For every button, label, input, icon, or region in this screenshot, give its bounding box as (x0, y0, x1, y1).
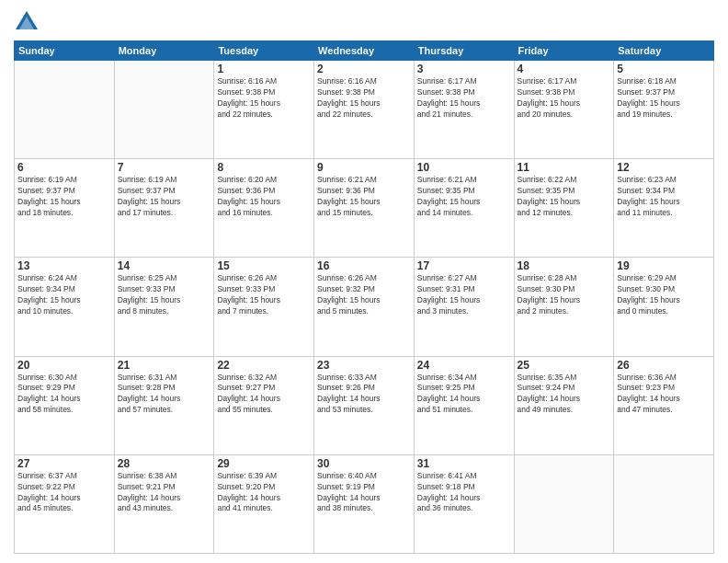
calendar-cell: 13Sunrise: 6:24 AM Sunset: 9:34 PM Dayli… (15, 258, 115, 356)
day-number: 9 (317, 161, 411, 174)
calendar-cell: 17Sunrise: 6:27 AM Sunset: 9:31 PM Dayli… (414, 258, 514, 356)
calendar-cell: 26Sunrise: 6:36 AM Sunset: 9:23 PM Dayli… (614, 356, 714, 454)
calendar-cell: 16Sunrise: 6:26 AM Sunset: 9:32 PM Dayli… (314, 258, 415, 356)
day-number: 26 (617, 359, 711, 372)
day-number: 8 (217, 161, 311, 174)
calendar-cell: 30Sunrise: 6:40 AM Sunset: 9:19 PM Dayli… (314, 454, 415, 553)
logo (14, 9, 43, 35)
day-info: Sunrise: 6:28 AM Sunset: 9:30 PM Dayligh… (518, 273, 611, 317)
calendar-cell: 31Sunrise: 6:41 AM Sunset: 9:18 PM Dayli… (414, 454, 514, 553)
calendar-week-row: 27Sunrise: 6:37 AM Sunset: 9:22 PM Dayli… (15, 454, 714, 553)
day-number: 19 (617, 259, 711, 272)
calendar-cell (15, 61, 115, 159)
day-number: 20 (17, 359, 111, 372)
day-info: Sunrise: 6:32 AM Sunset: 9:27 PM Dayligh… (217, 373, 311, 417)
day-number: 14 (118, 259, 211, 272)
day-number: 30 (317, 457, 411, 470)
weekday-header: Sunday (15, 41, 115, 61)
day-number: 22 (217, 359, 311, 372)
day-info: Sunrise: 6:26 AM Sunset: 9:33 PM Dayligh… (217, 273, 311, 317)
calendar-cell: 10Sunrise: 6:21 AM Sunset: 9:35 PM Dayli… (414, 159, 514, 258)
calendar-header-row: SundayMondayTuesdayWednesdayThursdayFrid… (15, 41, 714, 61)
day-number: 2 (317, 63, 411, 75)
calendar-cell: 6Sunrise: 6:19 AM Sunset: 9:37 PM Daylig… (15, 159, 115, 258)
day-number: 13 (17, 259, 111, 272)
day-info: Sunrise: 6:38 AM Sunset: 9:21 PM Dayligh… (118, 471, 211, 515)
day-number: 23 (317, 359, 411, 372)
calendar-cell (114, 61, 214, 159)
calendar-cell: 1Sunrise: 6:16 AM Sunset: 9:38 PM Daylig… (214, 61, 314, 159)
header (14, 9, 714, 35)
calendar-cell: 27Sunrise: 6:37 AM Sunset: 9:22 PM Dayli… (15, 454, 115, 553)
calendar-week-row: 6Sunrise: 6:19 AM Sunset: 9:37 PM Daylig… (15, 159, 714, 258)
day-number: 7 (118, 161, 211, 174)
calendar-cell (614, 454, 714, 553)
calendar-cell: 9Sunrise: 6:21 AM Sunset: 9:36 PM Daylig… (314, 159, 415, 258)
day-number: 29 (217, 457, 311, 470)
calendar-cell: 12Sunrise: 6:23 AM Sunset: 9:34 PM Dayli… (614, 159, 714, 258)
day-info: Sunrise: 6:36 AM Sunset: 9:23 PM Dayligh… (617, 373, 711, 417)
day-info: Sunrise: 6:31 AM Sunset: 9:28 PM Dayligh… (118, 373, 211, 417)
day-number: 12 (617, 161, 711, 174)
page: SundayMondayTuesdayWednesdayThursdayFrid… (0, 0, 728, 563)
day-number: 21 (118, 359, 211, 372)
calendar-cell: 4Sunrise: 6:17 AM Sunset: 9:38 PM Daylig… (514, 61, 614, 159)
day-info: Sunrise: 6:16 AM Sunset: 9:38 PM Dayligh… (317, 76, 411, 121)
day-info: Sunrise: 6:27 AM Sunset: 9:31 PM Dayligh… (417, 273, 511, 317)
day-number: 3 (417, 63, 511, 75)
day-number: 25 (518, 359, 611, 372)
calendar-cell: 21Sunrise: 6:31 AM Sunset: 9:28 PM Dayli… (114, 356, 214, 454)
day-info: Sunrise: 6:20 AM Sunset: 9:36 PM Dayligh… (217, 175, 311, 219)
calendar-cell: 20Sunrise: 6:30 AM Sunset: 9:29 PM Dayli… (15, 356, 115, 454)
calendar-cell: 23Sunrise: 6:33 AM Sunset: 9:26 PM Dayli… (314, 356, 415, 454)
weekday-header: Tuesday (214, 41, 314, 61)
logo-icon (14, 9, 40, 35)
day-info: Sunrise: 6:18 AM Sunset: 9:37 PM Dayligh… (617, 76, 711, 121)
day-number: 15 (217, 259, 311, 272)
day-number: 4 (518, 63, 611, 75)
calendar-cell: 24Sunrise: 6:34 AM Sunset: 9:25 PM Dayli… (414, 356, 514, 454)
calendar-cell: 25Sunrise: 6:35 AM Sunset: 9:24 PM Dayli… (514, 356, 614, 454)
calendar-cell: 8Sunrise: 6:20 AM Sunset: 9:36 PM Daylig… (214, 159, 314, 258)
calendar-cell: 5Sunrise: 6:18 AM Sunset: 9:37 PM Daylig… (614, 61, 714, 159)
day-number: 31 (417, 457, 511, 470)
day-info: Sunrise: 6:35 AM Sunset: 9:24 PM Dayligh… (518, 373, 611, 417)
calendar-table: SundayMondayTuesdayWednesdayThursdayFrid… (14, 40, 714, 554)
day-info: Sunrise: 6:33 AM Sunset: 9:26 PM Dayligh… (317, 373, 411, 417)
day-info: Sunrise: 6:23 AM Sunset: 9:34 PM Dayligh… (617, 175, 711, 219)
calendar-week-row: 13Sunrise: 6:24 AM Sunset: 9:34 PM Dayli… (15, 258, 714, 356)
calendar-cell: 15Sunrise: 6:26 AM Sunset: 9:33 PM Dayli… (214, 258, 314, 356)
day-number: 10 (417, 161, 511, 174)
day-number: 28 (118, 457, 211, 470)
day-number: 11 (518, 161, 611, 174)
day-info: Sunrise: 6:24 AM Sunset: 9:34 PM Dayligh… (17, 273, 111, 317)
day-info: Sunrise: 6:16 AM Sunset: 9:38 PM Dayligh… (217, 76, 311, 121)
day-info: Sunrise: 6:21 AM Sunset: 9:35 PM Dayligh… (417, 175, 511, 219)
day-info: Sunrise: 6:39 AM Sunset: 9:20 PM Dayligh… (217, 471, 311, 515)
calendar-cell: 19Sunrise: 6:29 AM Sunset: 9:30 PM Dayli… (614, 258, 714, 356)
weekday-header: Wednesday (314, 41, 415, 61)
day-info: Sunrise: 6:29 AM Sunset: 9:30 PM Dayligh… (617, 273, 711, 317)
day-number: 5 (617, 63, 711, 75)
weekday-header: Monday (114, 41, 214, 61)
calendar-cell: 29Sunrise: 6:39 AM Sunset: 9:20 PM Dayli… (214, 454, 314, 553)
day-info: Sunrise: 6:17 AM Sunset: 9:38 PM Dayligh… (417, 76, 511, 121)
day-info: Sunrise: 6:19 AM Sunset: 9:37 PM Dayligh… (118, 175, 211, 219)
day-number: 6 (17, 161, 111, 174)
calendar-cell: 2Sunrise: 6:16 AM Sunset: 9:38 PM Daylig… (314, 61, 415, 159)
day-info: Sunrise: 6:25 AM Sunset: 9:33 PM Dayligh… (118, 273, 211, 317)
day-info: Sunrise: 6:34 AM Sunset: 9:25 PM Dayligh… (417, 373, 511, 417)
day-number: 24 (417, 359, 511, 372)
calendar-cell: 18Sunrise: 6:28 AM Sunset: 9:30 PM Dayli… (514, 258, 614, 356)
weekday-header: Saturday (614, 41, 714, 61)
calendar-cell: 22Sunrise: 6:32 AM Sunset: 9:27 PM Dayli… (214, 356, 314, 454)
calendar-week-row: 20Sunrise: 6:30 AM Sunset: 9:29 PM Dayli… (15, 356, 714, 454)
weekday-header: Friday (514, 41, 614, 61)
calendar-cell: 14Sunrise: 6:25 AM Sunset: 9:33 PM Dayli… (114, 258, 214, 356)
calendar-week-row: 1Sunrise: 6:16 AM Sunset: 9:38 PM Daylig… (15, 61, 714, 159)
day-info: Sunrise: 6:22 AM Sunset: 9:35 PM Dayligh… (518, 175, 611, 219)
day-info: Sunrise: 6:37 AM Sunset: 9:22 PM Dayligh… (17, 471, 111, 515)
day-info: Sunrise: 6:26 AM Sunset: 9:32 PM Dayligh… (317, 273, 411, 317)
day-info: Sunrise: 6:40 AM Sunset: 9:19 PM Dayligh… (317, 471, 411, 515)
day-number: 18 (518, 259, 611, 272)
